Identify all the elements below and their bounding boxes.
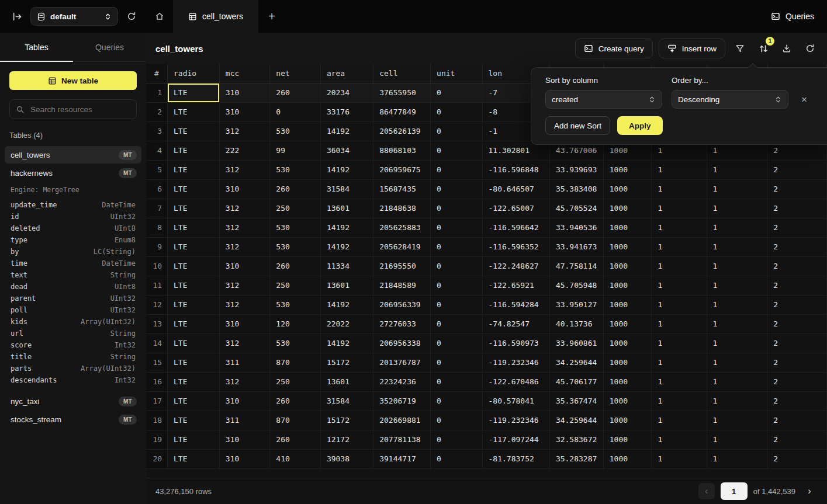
tab-cell-towers[interactable]: cell_towers bbox=[173, 0, 258, 33]
cell[interactable]: 40.13736 bbox=[549, 314, 603, 333]
cell[interactable]: 1 bbox=[652, 276, 707, 295]
cell[interactable]: 530 bbox=[270, 295, 321, 314]
cell[interactable]: 15172 bbox=[320, 353, 373, 372]
cell[interactable]: LTE bbox=[168, 333, 220, 353]
cell[interactable]: 260 bbox=[270, 256, 321, 276]
cell[interactable]: 250 bbox=[270, 199, 321, 218]
cell[interactable]: 0 bbox=[431, 160, 482, 179]
cell[interactable]: 1 bbox=[652, 199, 707, 218]
cell[interactable]: 34.259644 bbox=[549, 353, 603, 372]
cell[interactable]: 14192 bbox=[320, 160, 373, 179]
cell[interactable]: 312 bbox=[219, 218, 270, 237]
cell[interactable]: 222 bbox=[219, 141, 270, 160]
cell[interactable]: LTE bbox=[168, 102, 220, 121]
cell[interactable]: -116.596642 bbox=[482, 218, 549, 237]
row-number[interactable]: 1 bbox=[146, 83, 168, 102]
cell[interactable]: 0 bbox=[431, 256, 482, 276]
cell[interactable]: 1 bbox=[652, 179, 707, 199]
row-number[interactable]: 7 bbox=[146, 199, 168, 218]
cell[interactable]: 37655950 bbox=[373, 83, 431, 102]
cell[interactable]: 0 bbox=[431, 391, 482, 411]
cell[interactable]: 311 bbox=[219, 353, 270, 372]
cell[interactable]: -122.65007 bbox=[482, 199, 549, 218]
cell[interactable]: 1 bbox=[652, 160, 707, 179]
cell[interactable]: 310 bbox=[219, 449, 270, 468]
cell[interactable]: 0 bbox=[431, 179, 482, 199]
cell[interactable]: -122.670486 bbox=[482, 372, 549, 391]
column-header-net[interactable]: net bbox=[270, 64, 321, 83]
row-number[interactable]: 18 bbox=[146, 411, 168, 430]
cell[interactable]: 45.705948 bbox=[549, 276, 603, 295]
page-input[interactable] bbox=[721, 482, 748, 500]
cell[interactable]: 14192 bbox=[320, 121, 373, 141]
create-query-button[interactable]: Create query bbox=[575, 39, 653, 58]
row-number[interactable]: 2 bbox=[146, 102, 168, 121]
cell[interactable]: 1 bbox=[707, 449, 767, 468]
cell[interactable]: 1 bbox=[652, 295, 707, 314]
download-button[interactable] bbox=[778, 40, 795, 57]
cell[interactable]: 1 bbox=[652, 411, 707, 430]
cell[interactable]: 99 bbox=[270, 141, 321, 160]
queries-button[interactable]: Queries bbox=[771, 0, 827, 33]
row-number[interactable]: 14 bbox=[146, 333, 168, 353]
cell[interactable]: 310 bbox=[219, 256, 270, 276]
cell[interactable]: LTE bbox=[168, 199, 220, 218]
cell[interactable]: 312 bbox=[219, 295, 270, 314]
cell[interactable]: 2 bbox=[767, 411, 827, 430]
row-number[interactable]: 8 bbox=[146, 218, 168, 237]
cell[interactable]: 35206719 bbox=[373, 391, 431, 411]
cell[interactable]: 14192 bbox=[320, 333, 373, 353]
cell[interactable]: 1 bbox=[707, 314, 767, 333]
cell[interactable]: 14192 bbox=[320, 218, 373, 237]
cell[interactable]: 202669881 bbox=[373, 411, 431, 430]
row-number[interactable]: 3 bbox=[146, 121, 168, 141]
cell[interactable]: 13601 bbox=[320, 276, 373, 295]
column-header-rownum[interactable]: # bbox=[146, 64, 168, 83]
cell[interactable]: -116.596352 bbox=[482, 237, 549, 256]
cell[interactable]: 2 bbox=[767, 276, 827, 295]
column-header-radio[interactable]: radio bbox=[168, 64, 220, 83]
cell[interactable]: 21848638 bbox=[373, 199, 431, 218]
cell[interactable]: 530 bbox=[270, 218, 321, 237]
cell[interactable]: 1000 bbox=[603, 430, 652, 449]
remove-sort-button[interactable]: × bbox=[799, 92, 809, 107]
cell[interactable]: 2 bbox=[767, 179, 827, 199]
cell[interactable]: 12172 bbox=[320, 430, 373, 449]
cell[interactable]: 0 bbox=[431, 353, 482, 372]
cell[interactable]: 1 bbox=[652, 430, 707, 449]
cell[interactable]: -119.232346 bbox=[482, 411, 549, 430]
cell[interactable]: 870 bbox=[270, 353, 321, 372]
cell[interactable]: 0 bbox=[431, 430, 482, 449]
cell[interactable]: 1 bbox=[652, 353, 707, 372]
cell[interactable]: 1 bbox=[707, 430, 767, 449]
filter-button[interactable] bbox=[731, 40, 749, 57]
cell[interactable]: 0 bbox=[431, 449, 482, 468]
cell[interactable]: 312 bbox=[219, 333, 270, 353]
row-number[interactable]: 6 bbox=[146, 179, 168, 199]
cell[interactable]: 1000 bbox=[603, 179, 652, 199]
cell[interactable]: 1000 bbox=[603, 314, 652, 333]
cell[interactable]: LTE bbox=[168, 353, 220, 372]
cell[interactable]: 206956338 bbox=[373, 333, 431, 353]
cell[interactable]: 31584 bbox=[320, 391, 373, 411]
cell[interactable]: -116.594284 bbox=[482, 295, 549, 314]
cell[interactable]: LTE bbox=[168, 83, 220, 102]
cell[interactable]: 35.283287 bbox=[549, 449, 603, 468]
cell[interactable]: LTE bbox=[168, 121, 220, 141]
cell[interactable]: 34.259644 bbox=[549, 411, 603, 430]
cell[interactable]: 0 bbox=[431, 295, 482, 314]
row-number[interactable]: 4 bbox=[146, 141, 168, 160]
cell[interactable]: 2 bbox=[767, 295, 827, 314]
cell[interactable]: 0 bbox=[431, 141, 482, 160]
cell[interactable]: -80.646507 bbox=[482, 179, 549, 199]
cell[interactable]: 14192 bbox=[320, 237, 373, 256]
cell[interactable]: 33.960861 bbox=[549, 333, 603, 353]
cell[interactable]: 1 bbox=[707, 199, 767, 218]
sidebar-table-hackernews[interactable]: hackernewsMT bbox=[5, 164, 141, 182]
cell[interactable]: 260 bbox=[270, 83, 321, 102]
cell[interactable]: -116.596848 bbox=[482, 160, 549, 179]
cell[interactable]: 1000 bbox=[603, 411, 652, 430]
row-number[interactable]: 15 bbox=[146, 353, 168, 372]
database-refresh-button[interactable] bbox=[123, 8, 140, 25]
cell[interactable]: -81.783752 bbox=[482, 449, 549, 468]
